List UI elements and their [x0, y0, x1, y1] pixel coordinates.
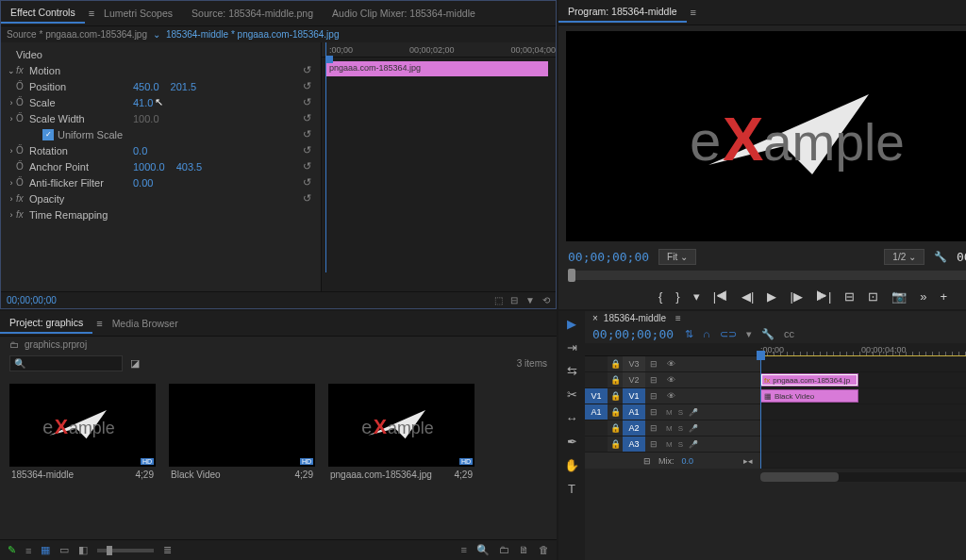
- reset-icon[interactable]: ↺: [303, 160, 311, 173]
- timeline-playhead[interactable]: [760, 356, 761, 469]
- project-search-input[interactable]: [9, 355, 123, 371]
- time-remapping-effect[interactable]: Time Remapping: [29, 209, 133, 221]
- tab-audio-mixer[interactable]: Audio Clip Mixer: 185364-middle: [323, 4, 485, 23]
- mic-icon[interactable]: 🎤: [689, 440, 698, 449]
- sync-lock-icon[interactable]: ⊟: [645, 407, 662, 417]
- eye-icon[interactable]: 👁: [662, 375, 679, 385]
- stopwatch-icon[interactable]: Ő: [16, 145, 29, 156]
- rotation-value[interactable]: 0.0: [133, 145, 147, 156]
- go-to-in-icon[interactable]: |⯇: [713, 289, 728, 304]
- add-button-icon[interactable]: +: [941, 289, 948, 304]
- monitor-scrubber[interactable]: [568, 271, 966, 280]
- timecode-left[interactable]: 00;00;00;00: [568, 250, 649, 264]
- expand-icon[interactable]: ›: [7, 178, 16, 188]
- panel-menu-icon[interactable]: ≡: [691, 7, 696, 18]
- track-v1-target[interactable]: V1: [623, 388, 645, 404]
- reset-icon[interactable]: ↺: [303, 176, 311, 189]
- project-item[interactable]: eXampleHD 185364-middle4;29: [9, 384, 156, 530]
- add-marker-icon[interactable]: ▾: [693, 289, 700, 304]
- tab-program[interactable]: Program: 185364-middle: [558, 2, 687, 23]
- snap-icon[interactable]: ∩: [703, 328, 710, 340]
- project-item[interactable]: eXampleHD pngaaa.com-185364.jpg4;29: [328, 384, 475, 530]
- extract-icon[interactable]: ⊡: [868, 289, 878, 304]
- opacity-effect[interactable]: Opacity: [29, 193, 133, 205]
- pen-tool-icon[interactable]: ✒: [567, 435, 577, 449]
- anchor-x[interactable]: 1000.0: [133, 161, 165, 173]
- pen-icon[interactable]: ✎: [8, 544, 16, 556]
- step-back-icon[interactable]: ◀|: [741, 289, 754, 304]
- expand-icon[interactable]: ›: [7, 98, 16, 107]
- timeline-timecode[interactable]: 00;00;00;00: [592, 327, 674, 341]
- captions-icon[interactable]: cc: [784, 328, 794, 340]
- fx-badge-icon[interactable]: fx: [16, 209, 29, 220]
- zoom-fit-select[interactable]: Fit ⌄: [658, 249, 696, 265]
- reset-icon[interactable]: ↺: [303, 192, 311, 205]
- reset-icon[interactable]: ↺: [303, 64, 311, 76]
- nudge-icon[interactable]: ⇅: [685, 328, 693, 340]
- overflow-icon[interactable]: »: [920, 289, 926, 304]
- reset-icon[interactable]: ↺: [303, 128, 311, 140]
- lock-icon[interactable]: 🔒: [608, 359, 623, 369]
- sync-lock-icon[interactable]: ⊟: [645, 375, 662, 385]
- step-forward-icon[interactable]: |▶: [790, 289, 802, 304]
- mute-button[interactable]: M: [666, 408, 673, 417]
- crumb-source[interactable]: Source * pngaaa.com-185364.jpg: [7, 29, 147, 40]
- anchor-y[interactable]: 403.5: [176, 161, 203, 173]
- uniform-scale-checkbox[interactable]: ✓: [42, 129, 54, 140]
- marker-icon[interactable]: ▾: [746, 328, 752, 340]
- sort-icon[interactable]: ◧: [78, 544, 88, 556]
- crumb-sequence[interactable]: 185364-middle * pngaaa.com-185364.jpg: [166, 29, 339, 40]
- stopwatch-icon[interactable]: Ő: [16, 161, 29, 172]
- chevron-down-icon[interactable]: ⌄: [153, 29, 160, 40]
- stopwatch-icon[interactable]: Ő: [16, 97, 29, 107]
- sync-lock-icon[interactable]: ⊟: [645, 359, 662, 369]
- source-a1[interactable]: A1: [585, 404, 608, 420]
- sync-lock-icon[interactable]: ⊟: [645, 391, 662, 401]
- mix-value[interactable]: 0.0: [682, 456, 694, 466]
- mic-icon[interactable]: 🎤: [689, 408, 698, 417]
- timeline-clip-v1[interactable]: ▦Black Video: [760, 389, 858, 403]
- reset-icon[interactable]: ↺: [303, 96, 311, 108]
- wrench-icon[interactable]: 🔧: [934, 251, 947, 263]
- motion-effect[interactable]: Motion: [29, 65, 133, 76]
- expand-icon[interactable]: ⌄: [7, 66, 16, 75]
- tab-source-clip[interactable]: Source: 185364-middle.png: [182, 4, 323, 23]
- mini-playhead[interactable]: [325, 42, 326, 272]
- track-v2-target[interactable]: V2: [623, 372, 645, 387]
- search-icon[interactable]: 🔍: [476, 544, 490, 556]
- timeline-content[interactable]: fxpngaaa.com-185364.jp ▦Black Video: [760, 356, 966, 469]
- new-bin-icon[interactable]: 🗀: [499, 544, 509, 556]
- solo-button[interactable]: S: [678, 424, 683, 433]
- stopwatch-icon[interactable]: Ő: [16, 177, 29, 188]
- expand-icon[interactable]: ›: [7, 194, 16, 204]
- close-tab-icon[interactable]: ×: [592, 313, 598, 323]
- tab-effect-controls[interactable]: Effect Controls: [1, 3, 85, 24]
- reset-icon[interactable]: ↺: [303, 80, 311, 92]
- track-select-tool-icon[interactable]: ⇥: [567, 340, 577, 354]
- settings-icon[interactable]: ⟲: [542, 295, 550, 305]
- tab-lumetri[interactable]: Lumetri Scopes: [94, 4, 182, 23]
- solo-button[interactable]: S: [678, 408, 683, 417]
- resolution-select[interactable]: 1/2 ⌄: [884, 249, 924, 265]
- timeline-clip-v2[interactable]: fxpngaaa.com-185364.jp: [760, 373, 858, 387]
- zoom-slider[interactable]: [97, 549, 154, 552]
- mark-in-icon[interactable]: {: [658, 289, 662, 304]
- icon-view-icon[interactable]: ▦: [41, 544, 50, 556]
- timecode[interactable]: 00;00;00;00: [7, 295, 57, 305]
- expand-icon[interactable]: ›: [7, 210, 16, 220]
- track-a3-target[interactable]: A3: [623, 436, 645, 452]
- panel-menu-icon[interactable]: ≡: [675, 313, 681, 323]
- source-v1[interactable]: V1: [585, 388, 608, 404]
- razor-tool-icon[interactable]: ✂: [567, 387, 577, 402]
- wrench-icon[interactable]: 🔧: [761, 328, 774, 340]
- scale-value[interactable]: 41.0: [133, 97, 153, 108]
- eye-icon[interactable]: 👁: [662, 391, 679, 401]
- program-monitor-viewport[interactable]: e X ample: [566, 31, 966, 241]
- zoom-in-icon[interactable]: ⬚: [494, 295, 503, 305]
- mic-icon[interactable]: 🎤: [689, 424, 698, 433]
- freeform-view-icon[interactable]: ▭: [59, 544, 69, 556]
- pin-icon[interactable]: ⊟: [510, 295, 518, 305]
- eye-icon[interactable]: 👁: [662, 359, 679, 369]
- solo-button[interactable]: S: [678, 440, 683, 449]
- ripple-tool-icon[interactable]: ⇆: [567, 364, 577, 378]
